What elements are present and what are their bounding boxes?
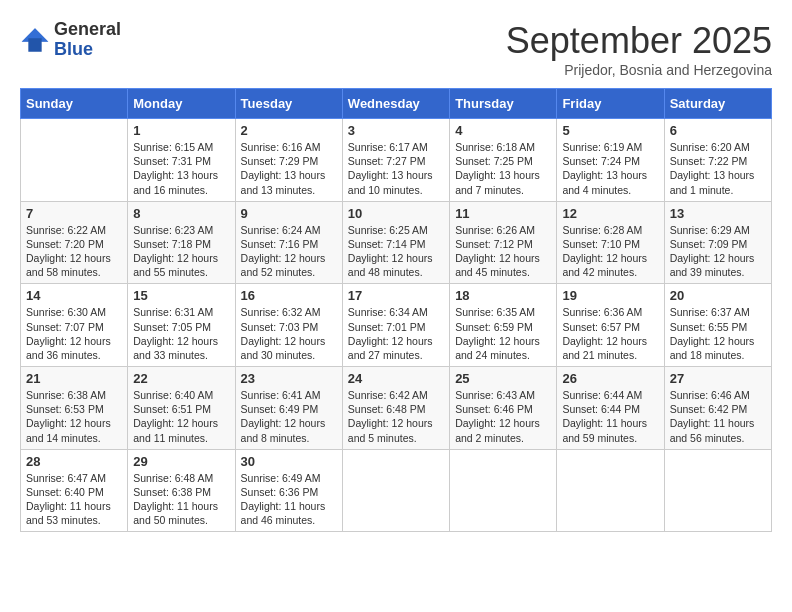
- day-number: 7: [26, 206, 122, 221]
- table-row: [21, 119, 128, 202]
- table-row: 5 Sunrise: 6:19 AM Sunset: 7:24 PM Dayli…: [557, 119, 664, 202]
- table-row: 2 Sunrise: 6:16 AM Sunset: 7:29 PM Dayli…: [235, 119, 342, 202]
- table-row: 9 Sunrise: 6:24 AM Sunset: 7:16 PM Dayli…: [235, 201, 342, 284]
- day-number: 8: [133, 206, 229, 221]
- table-row: 27 Sunrise: 6:46 AM Sunset: 6:42 PM Dayl…: [664, 367, 771, 450]
- day-number: 20: [670, 288, 766, 303]
- day-number: 9: [241, 206, 337, 221]
- header-thursday: Thursday: [450, 89, 557, 119]
- table-row: 22 Sunrise: 6:40 AM Sunset: 6:51 PM Dayl…: [128, 367, 235, 450]
- header-monday: Monday: [128, 89, 235, 119]
- day-info: Sunrise: 6:28 AM Sunset: 7:10 PM Dayligh…: [562, 223, 658, 280]
- day-info: Sunrise: 6:20 AM Sunset: 7:22 PM Dayligh…: [670, 140, 766, 197]
- day-number: 17: [348, 288, 444, 303]
- table-row: 16 Sunrise: 6:32 AM Sunset: 7:03 PM Dayl…: [235, 284, 342, 367]
- logo-icon: [20, 25, 50, 55]
- calendar-table: Sunday Monday Tuesday Wednesday Thursday…: [20, 88, 772, 532]
- day-info: Sunrise: 6:38 AM Sunset: 6:53 PM Dayligh…: [26, 388, 122, 445]
- day-info: Sunrise: 6:47 AM Sunset: 6:40 PM Dayligh…: [26, 471, 122, 528]
- table-row: 8 Sunrise: 6:23 AM Sunset: 7:18 PM Dayli…: [128, 201, 235, 284]
- day-number: 6: [670, 123, 766, 138]
- table-row: 7 Sunrise: 6:22 AM Sunset: 7:20 PM Dayli…: [21, 201, 128, 284]
- header-wednesday: Wednesday: [342, 89, 449, 119]
- day-number: 15: [133, 288, 229, 303]
- day-number: 27: [670, 371, 766, 386]
- table-row: 25 Sunrise: 6:43 AM Sunset: 6:46 PM Dayl…: [450, 367, 557, 450]
- logo-blue: Blue: [54, 39, 93, 59]
- header-sunday: Sunday: [21, 89, 128, 119]
- day-number: 1: [133, 123, 229, 138]
- table-row: [450, 449, 557, 532]
- table-row: 14 Sunrise: 6:30 AM Sunset: 7:07 PM Dayl…: [21, 284, 128, 367]
- table-row: 17 Sunrise: 6:34 AM Sunset: 7:01 PM Dayl…: [342, 284, 449, 367]
- day-info: Sunrise: 6:35 AM Sunset: 6:59 PM Dayligh…: [455, 305, 551, 362]
- header-friday: Friday: [557, 89, 664, 119]
- table-row: 23 Sunrise: 6:41 AM Sunset: 6:49 PM Dayl…: [235, 367, 342, 450]
- day-info: Sunrise: 6:31 AM Sunset: 7:05 PM Dayligh…: [133, 305, 229, 362]
- day-number: 12: [562, 206, 658, 221]
- day-info: Sunrise: 6:48 AM Sunset: 6:38 PM Dayligh…: [133, 471, 229, 528]
- day-number: 23: [241, 371, 337, 386]
- day-info: Sunrise: 6:26 AM Sunset: 7:12 PM Dayligh…: [455, 223, 551, 280]
- day-number: 30: [241, 454, 337, 469]
- day-number: 10: [348, 206, 444, 221]
- table-row: [664, 449, 771, 532]
- day-info: Sunrise: 6:46 AM Sunset: 6:42 PM Dayligh…: [670, 388, 766, 445]
- day-number: 22: [133, 371, 229, 386]
- table-row: 1 Sunrise: 6:15 AM Sunset: 7:31 PM Dayli…: [128, 119, 235, 202]
- location-subtitle: Prijedor, Bosnia and Herzegovina: [506, 62, 772, 78]
- day-number: 18: [455, 288, 551, 303]
- day-info: Sunrise: 6:42 AM Sunset: 6:48 PM Dayligh…: [348, 388, 444, 445]
- day-number: 16: [241, 288, 337, 303]
- table-row: 10 Sunrise: 6:25 AM Sunset: 7:14 PM Dayl…: [342, 201, 449, 284]
- day-number: 28: [26, 454, 122, 469]
- day-info: Sunrise: 6:23 AM Sunset: 7:18 PM Dayligh…: [133, 223, 229, 280]
- day-info: Sunrise: 6:36 AM Sunset: 6:57 PM Dayligh…: [562, 305, 658, 362]
- day-number: 26: [562, 371, 658, 386]
- day-number: 21: [26, 371, 122, 386]
- table-row: 26 Sunrise: 6:44 AM Sunset: 6:44 PM Dayl…: [557, 367, 664, 450]
- table-row: 24 Sunrise: 6:42 AM Sunset: 6:48 PM Dayl…: [342, 367, 449, 450]
- day-info: Sunrise: 6:18 AM Sunset: 7:25 PM Dayligh…: [455, 140, 551, 197]
- logo: General Blue: [20, 20, 121, 60]
- day-info: Sunrise: 6:34 AM Sunset: 7:01 PM Dayligh…: [348, 305, 444, 362]
- table-row: 6 Sunrise: 6:20 AM Sunset: 7:22 PM Dayli…: [664, 119, 771, 202]
- table-row: 15 Sunrise: 6:31 AM Sunset: 7:05 PM Dayl…: [128, 284, 235, 367]
- table-row: 19 Sunrise: 6:36 AM Sunset: 6:57 PM Dayl…: [557, 284, 664, 367]
- day-number: 4: [455, 123, 551, 138]
- day-number: 19: [562, 288, 658, 303]
- day-number: 5: [562, 123, 658, 138]
- page-header: General Blue September 2025 Prijedor, Bo…: [20, 20, 772, 78]
- table-row: 4 Sunrise: 6:18 AM Sunset: 7:25 PM Dayli…: [450, 119, 557, 202]
- day-info: Sunrise: 6:19 AM Sunset: 7:24 PM Dayligh…: [562, 140, 658, 197]
- calendar-body: 1 Sunrise: 6:15 AM Sunset: 7:31 PM Dayli…: [21, 119, 772, 532]
- day-number: 24: [348, 371, 444, 386]
- day-info: Sunrise: 6:25 AM Sunset: 7:14 PM Dayligh…: [348, 223, 444, 280]
- calendar-header: Sunday Monday Tuesday Wednesday Thursday…: [21, 89, 772, 119]
- table-row: [557, 449, 664, 532]
- day-info: Sunrise: 6:43 AM Sunset: 6:46 PM Dayligh…: [455, 388, 551, 445]
- day-number: 3: [348, 123, 444, 138]
- table-row: 21 Sunrise: 6:38 AM Sunset: 6:53 PM Dayl…: [21, 367, 128, 450]
- day-info: Sunrise: 6:24 AM Sunset: 7:16 PM Dayligh…: [241, 223, 337, 280]
- day-info: Sunrise: 6:37 AM Sunset: 6:55 PM Dayligh…: [670, 305, 766, 362]
- month-title: September 2025: [506, 20, 772, 62]
- table-row: 28 Sunrise: 6:47 AM Sunset: 6:40 PM Dayl…: [21, 449, 128, 532]
- table-row: [342, 449, 449, 532]
- day-number: 2: [241, 123, 337, 138]
- logo-general: General: [54, 19, 121, 39]
- table-row: 3 Sunrise: 6:17 AM Sunset: 7:27 PM Dayli…: [342, 119, 449, 202]
- day-info: Sunrise: 6:29 AM Sunset: 7:09 PM Dayligh…: [670, 223, 766, 280]
- table-row: 20 Sunrise: 6:37 AM Sunset: 6:55 PM Dayl…: [664, 284, 771, 367]
- day-number: 13: [670, 206, 766, 221]
- day-info: Sunrise: 6:32 AM Sunset: 7:03 PM Dayligh…: [241, 305, 337, 362]
- day-info: Sunrise: 6:15 AM Sunset: 7:31 PM Dayligh…: [133, 140, 229, 197]
- header-saturday: Saturday: [664, 89, 771, 119]
- header-tuesday: Tuesday: [235, 89, 342, 119]
- title-block: September 2025 Prijedor, Bosnia and Herz…: [506, 20, 772, 78]
- day-number: 25: [455, 371, 551, 386]
- day-number: 11: [455, 206, 551, 221]
- day-number: 14: [26, 288, 122, 303]
- day-number: 29: [133, 454, 229, 469]
- day-info: Sunrise: 6:17 AM Sunset: 7:27 PM Dayligh…: [348, 140, 444, 197]
